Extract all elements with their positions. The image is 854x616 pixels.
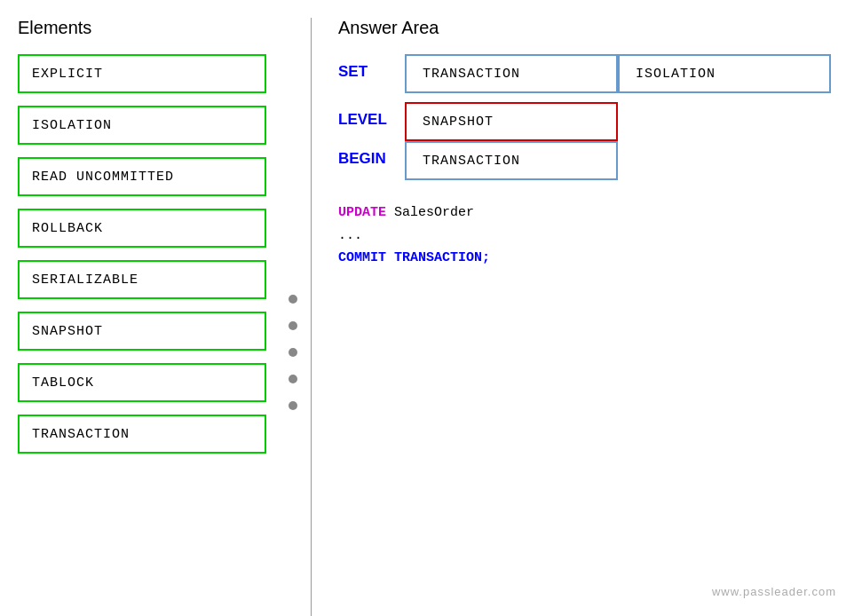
dot-3 bbox=[289, 348, 297, 357]
update-keyword: UPDATE bbox=[338, 205, 386, 220]
elements-panel: Elements EXPLICIT ISOLATION READ UNCOMMI… bbox=[0, 18, 284, 616]
element-isolation[interactable]: ISOLATION bbox=[18, 106, 266, 145]
update-line: UPDATE SalesOrder bbox=[338, 201, 836, 225]
dot-2 bbox=[289, 321, 297, 330]
element-explicit[interactable]: EXPLICIT bbox=[18, 54, 266, 93]
element-serializable[interactable]: SERIALIZABLE bbox=[18, 260, 266, 299]
elements-title: Elements bbox=[18, 18, 266, 38]
answer-panel: Answer Area SET TRANSACTION ISOLATION bbox=[320, 18, 854, 616]
dots-area bbox=[284, 18, 302, 616]
answer-title: Answer Area bbox=[338, 18, 836, 38]
dots-line: ... bbox=[338, 225, 836, 248]
begin-label: BEGIN bbox=[338, 141, 405, 168]
begin-row: BEGIN TRANSACTION bbox=[338, 141, 836, 180]
level-box-snapshot[interactable]: SNAPSHOT bbox=[405, 102, 618, 141]
set-label: SET bbox=[338, 54, 405, 81]
element-transaction[interactable]: TRANSACTION bbox=[18, 415, 266, 454]
element-snapshot[interactable]: SNAPSHOT bbox=[18, 312, 266, 351]
level-label bbox=[338, 93, 405, 102]
set-box-transaction[interactable]: TRANSACTION bbox=[405, 54, 618, 93]
commit-line: COMMIT TRANSACTION; bbox=[338, 247, 836, 270]
element-rollback[interactable]: ROLLBACK bbox=[18, 209, 266, 248]
dot-1 bbox=[289, 295, 297, 304]
element-tablock[interactable]: TABLOCK bbox=[18, 363, 266, 402]
level-label: LEVEL bbox=[338, 102, 405, 129]
panel-divider bbox=[311, 18, 312, 616]
dot-5 bbox=[289, 401, 297, 410]
watermark: www.passleader.com bbox=[712, 585, 836, 598]
dot-4 bbox=[289, 375, 297, 383]
level-row: LEVEL SNAPSHOT bbox=[338, 102, 836, 141]
begin-box-transaction[interactable]: TRANSACTION bbox=[405, 141, 618, 180]
code-section: UPDATE SalesOrder ... COMMIT TRANSACTION… bbox=[338, 201, 836, 270]
update-table: SalesOrder bbox=[394, 205, 474, 220]
element-read-uncommitted[interactable]: READ UNCOMMITTED bbox=[18, 157, 266, 196]
set-row: SET TRANSACTION ISOLATION bbox=[338, 54, 836, 102]
set-box-isolation[interactable]: ISOLATION bbox=[618, 54, 831, 93]
